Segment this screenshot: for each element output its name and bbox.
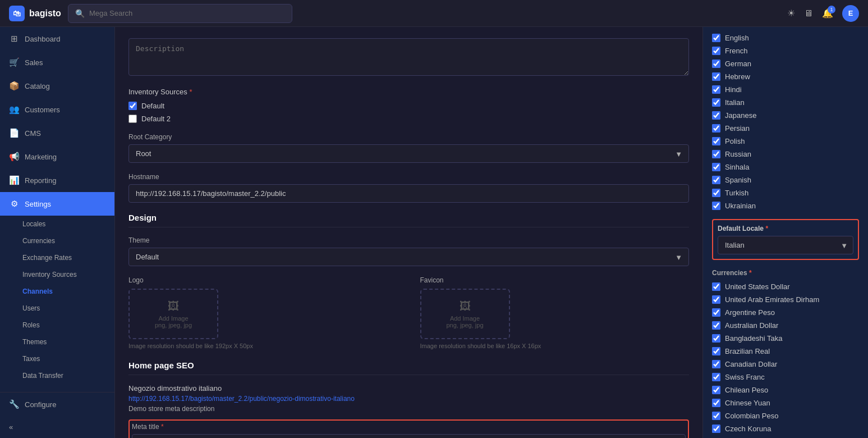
hostname-value: http://192.168.15.17/bagisto/master_2.2/…	[128, 184, 689, 203]
theme-select[interactable]: Default	[128, 248, 689, 266]
lang-item-english: English	[712, 34, 859, 42]
sidebar-sub-users[interactable]: Users	[22, 300, 114, 317]
currency-checkbox-cny[interactable]	[712, 399, 720, 407]
currency-checkbox-cad[interactable]	[712, 360, 720, 368]
sidebar-collapse-button[interactable]: «	[0, 416, 114, 438]
lang-checkbox-turkish[interactable]	[712, 189, 720, 197]
root-category-select[interactable]: Root	[128, 144, 689, 163]
sidebar-sub-roles[interactable]: Roles	[22, 317, 114, 334]
currency-checkbox-aud[interactable]	[712, 321, 720, 330]
lang-item-hebrew: Hebrew	[712, 72, 859, 81]
lang-checkbox-italian[interactable]	[712, 98, 720, 107]
sidebar-sub-currencies[interactable]: Currencies	[22, 232, 114, 249]
hostname-label: Hostname	[128, 173, 689, 181]
lang-item-persian: Persian	[712, 124, 859, 133]
lang-item-german: German	[712, 60, 859, 68]
sidebar-item-configure[interactable]: 🔧 Configure	[0, 393, 114, 416]
lang-checkbox-russian[interactable]	[712, 150, 720, 158]
sidebar-label-customers: Customers	[25, 106, 60, 114]
currency-checkbox-aed[interactable]	[712, 295, 720, 304]
search-input[interactable]	[89, 9, 285, 17]
sidebar-item-catalog[interactable]: 📦 Catalog	[0, 74, 114, 98]
lang-label-hindi: Hindi	[725, 85, 742, 94]
lang-checkbox-polish[interactable]	[712, 137, 720, 145]
inventory-source-default2-checkbox[interactable]	[128, 115, 137, 123]
sidebar-sub-exchange-rates[interactable]: Exchange Rates	[22, 249, 114, 266]
lang-checkbox-english[interactable]	[712, 34, 720, 42]
lang-checkbox-german[interactable]	[712, 60, 720, 68]
seo-heading: Home page SEO	[128, 361, 689, 375]
currency-checkbox-cop[interactable]	[712, 412, 720, 420]
currency-item-aud: Australian Dollar	[712, 321, 859, 330]
sidebar-item-marketing[interactable]: 📢 Marketing	[0, 145, 114, 168]
currency-checkbox-chf[interactable]	[712, 373, 720, 381]
sidebar-sub-taxes[interactable]: Taxes	[22, 350, 114, 367]
sidebar: ⊞ Dashboard 🛒 Sales 📦 Catalog 👥 Customer…	[0, 27, 115, 438]
lang-label-turkish: Turkish	[725, 189, 748, 197]
root-category-label: Root Category	[128, 133, 689, 141]
sidebar-bottom: 🔧 Configure «	[0, 392, 114, 438]
sidebar-label-dashboard: Dashboard	[25, 35, 61, 43]
sidebar-sub-data-transfer[interactable]: Data Transfer	[22, 367, 114, 384]
sidebar-item-sales[interactable]: 🛒 Sales	[0, 51, 114, 74]
lang-checkbox-japanese[interactable]	[712, 111, 720, 120]
sales-icon: 🛒	[9, 57, 19, 67]
seo-section: Home page SEO Negozio dimostrativo itali…	[128, 361, 689, 438]
currency-item-bdt: Bangladeshi Taka	[712, 334, 859, 343]
lang-checkbox-sinhala[interactable]	[712, 163, 720, 171]
user-avatar[interactable]: E	[842, 5, 859, 22]
sidebar-sub-inventory-sources[interactable]: Inventory Sources	[22, 266, 114, 283]
lang-item-ukrainian: Ukrainian	[712, 202, 859, 210]
favicon-upload-area[interactable]: 🖼 Add Image png, jpeg, jpg	[420, 289, 510, 339]
sidebar-item-dashboard[interactable]: ⊞ Dashboard	[0, 27, 114, 51]
sidebar-sub-themes[interactable]: Themes	[22, 334, 114, 350]
configure-icon: 🔧	[9, 399, 19, 409]
monitor-icon[interactable]: 🖥	[804, 8, 813, 19]
lang-checkbox-persian[interactable]	[712, 124, 720, 133]
sidebar-label-reporting: Reporting	[25, 176, 56, 185]
sidebar-sub-channels[interactable]: Channels	[22, 283, 114, 300]
currency-label-chf: Swiss Franc	[725, 373, 765, 381]
currency-checkbox-usd[interactable]	[712, 282, 720, 291]
inventory-source-default-checkbox[interactable]	[128, 102, 137, 110]
currency-checkbox-ars[interactable]	[712, 308, 720, 317]
currency-checkbox-bdt[interactable]	[712, 334, 720, 343]
required-marker: *	[189, 88, 192, 96]
default-locale-select[interactable]: EnglishFrenchGermanHebrewHindiItalianJap…	[718, 236, 853, 254]
lang-label-german: German	[725, 60, 751, 68]
lang-label-italian: Italian	[725, 98, 745, 107]
description-textarea[interactable]	[128, 38, 689, 76]
meta-title-input[interactable]	[132, 434, 686, 438]
sidebar-item-customers[interactable]: 👥 Customers	[0, 98, 114, 121]
meta-title-label: Meta title *	[132, 423, 686, 431]
languages-section: EnglishFrenchGermanHebrewHindiItalianJap…	[712, 34, 859, 210]
seo-store-name: Negozio dimostrativo italiano	[128, 384, 689, 393]
lang-checkbox-spanish[interactable]	[712, 176, 720, 184]
lang-checkbox-french[interactable]	[712, 47, 720, 55]
sidebar-item-settings[interactable]: ⚙ Settings	[0, 192, 114, 216]
lang-item-french: French	[712, 47, 859, 55]
notification-count: 1	[828, 6, 835, 13]
logo-upload-area[interactable]: 🖼 Add Image png, jpeg, jpg	[128, 289, 218, 339]
lang-checkbox-hebrew[interactable]	[712, 72, 720, 81]
cms-icon: 📄	[9, 128, 19, 138]
currency-item-czk: Czech Koruna	[712, 425, 859, 433]
logo-upload-hint: png, jpeg, jpg	[155, 322, 192, 328]
lang-checkbox-hindi[interactable]	[712, 85, 720, 94]
search-bar[interactable]: 🔍	[68, 4, 292, 23]
currency-checkbox-brl[interactable]	[712, 347, 720, 355]
lang-label-french: French	[725, 47, 747, 55]
notification-area[interactable]: 🔔 1	[822, 8, 833, 19]
sidebar-label-cms: CMS	[25, 129, 41, 138]
currency-checkbox-clp[interactable]	[712, 386, 720, 394]
root-category-select-wrapper: Root ▼	[128, 144, 689, 163]
sun-icon[interactable]: ☀	[787, 8, 795, 19]
sidebar-item-reporting[interactable]: 📊 Reporting	[0, 168, 114, 192]
sidebar-sub-locales[interactable]: Locales	[22, 216, 114, 232]
sidebar-item-cms[interactable]: 📄 CMS	[0, 121, 114, 145]
favicon-upload-icon: 🖼	[460, 300, 471, 313]
lang-label-ukrainian: Ukrainian	[725, 202, 756, 210]
favicon-block: Favicon 🖼 Add Image png, jpeg, jpg Image…	[420, 276, 690, 349]
lang-checkbox-ukrainian[interactable]	[712, 202, 720, 210]
currency-checkbox-czk[interactable]	[712, 425, 720, 433]
